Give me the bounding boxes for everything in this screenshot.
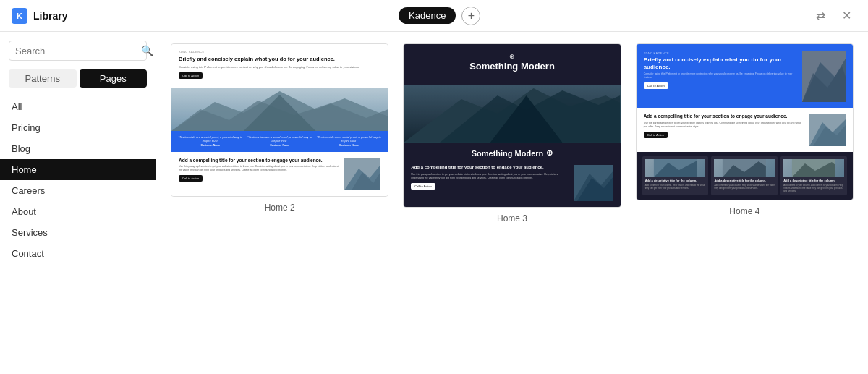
card1-section2-text: Add a compelling title for your section … — [179, 158, 340, 187]
nav-item-home[interactable]: Home — [0, 159, 156, 180]
card3-grid: Add a descriptive title for the column. … — [637, 152, 853, 200]
card3-hero-image — [802, 51, 846, 102]
card3-hero-cta[interactable]: Call To Action — [644, 82, 668, 89]
nav-list: All Pricing Blog Home Careers About Serv… — [0, 96, 156, 365]
search-bar[interactable]: 🔍 — [9, 41, 147, 61]
card2-content: ⊕ Something Modern — [404, 44, 620, 207]
card1-testimonials: "Testimonials are a social proof, a powe… — [171, 131, 388, 152]
card3-section2-title: Add a compelling title for your section … — [644, 114, 805, 119]
card2-subtitle: Something Modern ⊕ — [404, 143, 620, 161]
card2-hero-image — [404, 85, 620, 143]
card3-grid-title-2: Add a descriptive title for the column. — [714, 179, 775, 183]
card1-content: KDNC KADENCE Briefly and concisely expla… — [171, 44, 388, 196]
card2-section2-image — [574, 165, 613, 201]
card3-grid-title-3: Add a descriptive title for the column. — [783, 179, 844, 183]
card-home4[interactable]: KDNC KADENCE Briefly and concisely expla… — [636, 43, 854, 200]
patterns-toggle[interactable]: Patterns — [9, 69, 77, 88]
card-home3[interactable]: ⊕ Something Modern — [403, 43, 621, 208]
testimonial-1: "Testimonials are a social proof, a powe… — [177, 135, 244, 148]
card1-badge: KDNC KADENCE — [179, 50, 380, 54]
cards-grid: KDNC KADENCE Briefly and concisely expla… — [171, 43, 854, 224]
card3-grid-image-2 — [714, 159, 775, 177]
card3-hero-text: KDNC KADENCE Briefly and concisely expla… — [644, 51, 798, 89]
add-button[interactable]: + — [461, 7, 480, 25]
nav-item-services[interactable]: Services — [0, 222, 156, 243]
testimonial-3: "Testimonials are a social proof, a powe… — [316, 135, 383, 148]
testimonial-2: "Testimonials are a social proof, a powe… — [247, 135, 313, 148]
card3-grid-body-2: Add content to your column. Help visitor… — [714, 184, 775, 190]
card1-hero: KDNC KADENCE Briefly and concisely expla… — [171, 44, 388, 88]
card2-section2: Add a compelling title for your section … — [404, 161, 620, 207]
content-area: KDNC KADENCE Briefly and concisely expla… — [156, 32, 868, 374]
card1-body: Consider using this P element to provide… — [179, 65, 380, 69]
nav-item-careers[interactable]: Careers — [0, 180, 156, 201]
card3-hero-title: Briefly and concisely explain what you d… — [644, 56, 798, 70]
svg-rect-19 — [802, 51, 846, 102]
main-layout: 🔍 Patterns Pages All Pricing Blog Home C… — [0, 32, 868, 374]
sidebar: 🔍 Patterns Pages All Pricing Blog Home C… — [0, 32, 156, 374]
card3-section2-body: Use the paragraph section to get your we… — [644, 122, 805, 129]
card3-grid-item-2: Add a descriptive title for the column. … — [711, 156, 778, 195]
card3-section2-cta[interactable]: Call to Action — [644, 132, 668, 138]
card3-grid-body-3: Add content to your column. Add content … — [783, 184, 844, 193]
card3-grid-body-1: Add content to your column. Help visitor… — [645, 184, 706, 190]
page-title: Library — [33, 10, 67, 22]
card3-grid-title-1: Add a descriptive title for the column. — [645, 179, 706, 183]
card3-grid-image-1 — [645, 159, 706, 177]
card2-icon: ⊕ — [414, 53, 610, 60]
title-bar: K Library Kadence + ⇄ ✕ — [0, 0, 868, 32]
card3-hero: KDNC KADENCE Briefly and concisely expla… — [637, 44, 853, 108]
card3-grid-inner: Add a descriptive title for the column. … — [642, 156, 847, 195]
card1-section2: Add a compelling title for your section … — [171, 152, 388, 196]
logo-icon: K — [12, 8, 27, 24]
card2-section2-title: Add a compelling title for your section … — [411, 165, 569, 171]
card1-cta[interactable]: Call to Action — [179, 72, 203, 79]
card2-hero: ⊕ Something Modern — [404, 44, 620, 85]
svg-rect-4 — [171, 88, 388, 131]
card3-section2-image — [809, 114, 846, 146]
search-icon: 🔍 — [141, 45, 153, 56]
card3-grid-image-3 — [783, 159, 844, 177]
title-bar-right: ⇄ ✕ — [812, 7, 856, 25]
card-wrapper-home4: KDNC KADENCE Briefly and concisely expla… — [636, 43, 854, 224]
card1-section2-body: Use this paragraph section to get your w… — [179, 165, 340, 172]
card3-content: KDNC KADENCE Briefly and concisely expla… — [637, 44, 853, 200]
nav-item-blog[interactable]: Blog — [0, 138, 156, 159]
card-wrapper-home3: ⊕ Something Modern — [403, 43, 621, 224]
card2-section2-body: Use this paragraph section to get your w… — [411, 173, 569, 180]
card3-section2: Add a compelling title for your section … — [637, 108, 853, 152]
card2-section2-text: Add a compelling title for your section … — [411, 165, 569, 190]
nav-item-pricing[interactable]: Pricing — [0, 117, 156, 138]
svg-rect-12 — [404, 85, 620, 143]
card-label-home2: Home 2 — [265, 203, 295, 213]
card3-section2-text: Add a compelling title for your section … — [644, 114, 805, 138]
card1-hero-image — [171, 88, 388, 131]
card1-section2-title: Add a compelling title for your section … — [179, 158, 340, 163]
card3-grid-item-1: Add a descriptive title for the column. … — [642, 156, 709, 195]
title-bar-center: Kadence + — [399, 7, 480, 25]
card2-section2-cta[interactable]: Call to Action — [411, 183, 435, 190]
toggle-group: Patterns Pages — [9, 69, 147, 88]
pages-toggle[interactable]: Pages — [80, 69, 148, 88]
card-wrapper-home2: KDNC KADENCE Briefly and concisely expla… — [171, 43, 388, 224]
card1-section2-cta[interactable]: Call to Action — [179, 175, 203, 182]
card3-grid-item-3: Add a descriptive title for the column. … — [780, 156, 847, 195]
card-label-home4: Home 4 — [729, 206, 760, 216]
nav-item-all[interactable]: All — [0, 96, 156, 117]
card3-hero-body: Consider using this P element to provide… — [644, 72, 798, 80]
card-label-home3: Home 3 — [497, 213, 527, 224]
brand-pill[interactable]: Kadence — [399, 7, 456, 24]
search-input[interactable] — [15, 46, 137, 56]
card2-title: Something Modern — [414, 61, 610, 72]
card3-badge: KDNC KADENCE — [644, 51, 798, 55]
card-home2[interactable]: KDNC KADENCE Briefly and concisely expla… — [171, 43, 388, 197]
nav-item-about[interactable]: About — [0, 201, 156, 222]
title-bar-left: K Library — [12, 8, 67, 24]
nav-item-contact[interactable]: Contact — [0, 243, 156, 264]
card1-section2-image — [344, 158, 380, 190]
card1-title: Briefly and concisely explain what you d… — [179, 56, 380, 62]
close-icon[interactable]: ✕ — [838, 7, 856, 25]
sync-icon[interactable]: ⇄ — [812, 7, 830, 25]
